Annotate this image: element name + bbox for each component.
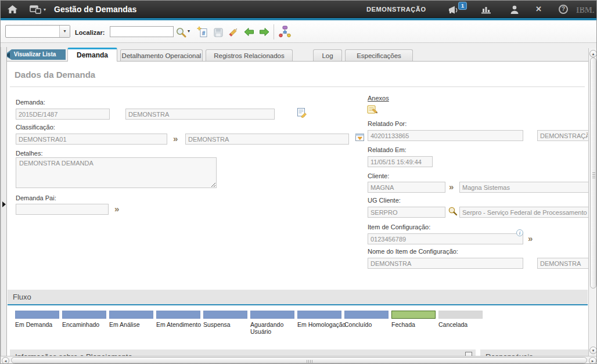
fluxo-state-label: Em Demanda	[15, 321, 52, 328]
demanda-pai-detail-chevron-icon[interactable]: »	[114, 204, 119, 213]
cliente-detail-chevron-icon[interactable]: »	[449, 182, 454, 191]
svg-text:#: #	[202, 30, 205, 36]
next-record-icon[interactable]	[257, 25, 271, 39]
record-toolbar: ▾ Localizar: ▾ #	[1, 20, 597, 43]
scroll-right-icon[interactable]: ▸	[589, 357, 596, 364]
app-title: Gestão de Demandas	[54, 5, 136, 14]
notification-badge[interactable]: 1	[458, 2, 467, 10]
demanda-description-field[interactable]	[125, 109, 275, 120]
cliente-label: Cliente:	[368, 172, 389, 179]
application-window: ▾ Gestão de Demandas DEMONSTRAÇÃO 1 ✕ ? …	[0, 0, 597, 364]
announcement-icon[interactable]	[448, 5, 459, 17]
save-record-icon[interactable]	[211, 26, 225, 39]
demanda-field[interactable]	[16, 109, 110, 120]
ibm-logo: IBM.	[576, 6, 596, 16]
visualizar-lista-button[interactable]: Visualizar Lista	[4, 49, 66, 60]
signout-close-icon[interactable]: ✕	[535, 5, 542, 14]
vertical-scrollbar[interactable]: ▴ ▾	[588, 48, 597, 356]
tab-registros-relacionados[interactable]: Registros Relacionados	[206, 49, 293, 62]
relatado-por-description-field[interactable]	[537, 130, 588, 141]
visualizar-lista-label: Visualizar Lista	[14, 51, 56, 57]
fluxo-state-bar	[438, 311, 483, 319]
classificacao-description-field[interactable]	[185, 134, 349, 145]
classificacao-select-value-icon[interactable]	[355, 132, 365, 145]
minimize-section-icon[interactable]	[465, 352, 472, 356]
attachments-icon[interactable]	[366, 104, 379, 118]
fluxo-state-bar	[109, 311, 153, 319]
demanda-pai-label: Demanda Pai:	[16, 194, 56, 201]
goto-apps-icon[interactable]	[30, 5, 41, 16]
environment-label: DEMONSTRAÇÃO	[366, 6, 426, 13]
fluxo-state-label: Cancelada	[438, 321, 467, 328]
fluxo-state-bar	[203, 311, 247, 319]
fluxo-section-header: Fluxo	[8, 290, 588, 305]
nome-item-configuracao-label: Nome do Item de Configuração:	[368, 248, 458, 255]
relatado-por-label: Relatado Por:	[368, 120, 407, 127]
cliente-field[interactable]	[368, 182, 445, 193]
side-panel-splitter[interactable]	[1, 47, 7, 356]
info-icon[interactable]: i	[516, 229, 523, 236]
vertical-scrollbar-thumb[interactable]	[590, 57, 596, 289]
fluxo-state-bar	[62, 311, 106, 319]
ug-cliente-label: UG Cliente:	[368, 197, 401, 204]
ug-cliente-field[interactable]	[368, 207, 445, 218]
chevron-down-icon[interactable]: ▾	[59, 26, 70, 37]
responsaveis-section-header: Responsáveis	[480, 349, 588, 356]
fluxo-state-bar	[297, 311, 341, 319]
home-icon[interactable]	[8, 5, 17, 16]
classificacao-detail-chevron-icon[interactable]: »	[173, 134, 178, 143]
fluxo-state-label: Em Homologação	[297, 321, 346, 328]
search-icon[interactable]	[174, 25, 188, 39]
search-options-caret-icon[interactable]: ▾	[188, 28, 190, 34]
fluxo-state-bar	[344, 311, 389, 319]
fluxo-state-label: Fechada	[391, 321, 415, 328]
fluxo-state-label: Em Atendimento	[156, 321, 201, 328]
help-icon[interactable]: ?	[559, 5, 568, 14]
nome-item-configuracao-description-field[interactable]	[537, 258, 588, 269]
record-selector[interactable]: ▾	[5, 25, 70, 38]
relatado-por-field[interactable]	[368, 130, 523, 141]
item-configuracao-field[interactable]	[368, 233, 523, 244]
demanda-pai-field[interactable]	[16, 204, 109, 215]
tab-log[interactable]: Log	[313, 49, 342, 62]
scroll-up-icon[interactable]: ▴	[589, 50, 597, 57]
localizar-label: Localizar:	[75, 29, 105, 36]
ug-cliente-lookup-magnifier-icon[interactable]	[448, 206, 458, 218]
anexos-link[interactable]: Anexos	[368, 95, 389, 102]
reports-chart-icon[interactable]	[481, 6, 491, 16]
scroll-down-icon[interactable]: ▾	[589, 347, 597, 354]
fluxo-state-bar	[156, 311, 200, 319]
cliente-description-field[interactable]	[459, 182, 588, 193]
item-configuracao-detail-chevron-icon[interactable]: »	[528, 234, 533, 243]
tab-demanda[interactable]: Demanda	[67, 48, 117, 62]
detalhes-textarea[interactable]: DEMONSTRA DEMANDA	[16, 157, 217, 188]
fluxo-state-label: Em Análise	[109, 321, 140, 328]
nome-item-configuracao-field[interactable]	[368, 258, 523, 269]
fluxo-state-label: Suspensa	[203, 321, 231, 328]
search-input[interactable]	[110, 26, 174, 37]
clear-changes-icon[interactable]	[227, 24, 241, 38]
relatado-em-field[interactable]	[368, 156, 433, 167]
goto-caret-icon[interactable]: ▾	[44, 7, 46, 12]
detalhes-label: Detalhes:	[16, 150, 42, 157]
tab-detalhamento-operacional[interactable]: Detalhamento Operacional	[120, 49, 203, 62]
page-title: Dados da Demanda	[15, 70, 95, 80]
previous-record-icon[interactable]	[242, 25, 256, 39]
planejamento-section-header: Informações sobre o Planejamento	[10, 349, 476, 356]
long-description-icon[interactable]	[297, 107, 307, 120]
ug-cliente-description-field[interactable]	[459, 207, 588, 218]
horizontal-scrollbar[interactable]: ◂ ▸	[1, 356, 597, 364]
demanda-label: Demanda:	[16, 99, 45, 106]
scroll-left-icon[interactable]: ◂	[2, 357, 9, 364]
profile-person-icon[interactable]	[510, 5, 519, 16]
horizontal-scrollbar-thumb[interactable]	[11, 357, 587, 363]
expand-panel-arrow-icon[interactable]	[2, 201, 6, 207]
toolbar-separator	[274, 24, 274, 39]
tab-especificacoes[interactable]: Especificações	[345, 49, 413, 62]
fluxo-state-bar	[250, 311, 294, 319]
classificacao-label: Classificação:	[16, 124, 55, 131]
new-record-icon[interactable]: #	[196, 25, 210, 39]
relatado-em-label: Relatado Em:	[368, 146, 407, 153]
classificacao-field[interactable]	[16, 134, 167, 145]
workflow-icon[interactable]	[278, 24, 292, 38]
